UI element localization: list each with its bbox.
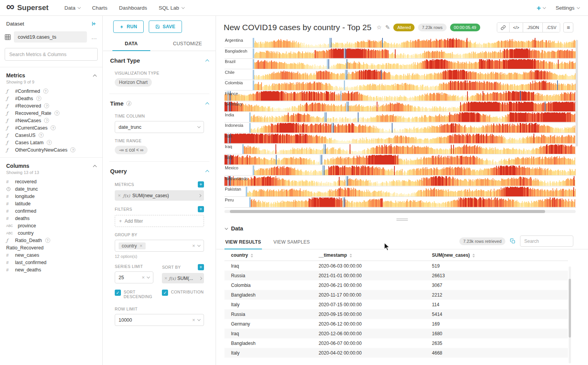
row-limit-select[interactable]: 10000 × <box>115 314 204 326</box>
table-row[interactable]: Russia2020-09-15 00:00:005414 <box>224 309 568 319</box>
data-section-toggle[interactable]: Data <box>216 222 588 232</box>
metric-item[interactable]: ƒCasesUS? <box>0 131 102 139</box>
chart-horizontal-scrollbar[interactable] <box>224 210 576 213</box>
table-row[interactable]: Iraq2020-12-06 00:00:001680 <box>224 329 568 338</box>
metric-chip[interactable]: × ƒ(x) SUM(new_cases) <box>115 190 204 201</box>
export-json-button[interactable]: .JSON <box>523 23 542 32</box>
altered-badge[interactable]: Altered <box>393 24 415 31</box>
time-section-header[interactable]: Time i <box>109 94 209 108</box>
dataset-search-input[interactable] <box>5 48 98 61</box>
contribution-option[interactable]: ✓ CONTRIBUTION <box>162 290 204 299</box>
metric-item[interactable]: ƒ#Deaths? <box>0 95 102 102</box>
results-vertical-scrollbar[interactable] <box>569 266 571 363</box>
export-csv-button[interactable]: .CSV <box>542 23 560 32</box>
table-row[interactable]: Italy2020-07-15 00:00:00114 <box>224 300 568 309</box>
nav-item-dashboards[interactable]: Dashboards <box>113 0 153 15</box>
tab-view-results[interactable]: VIEW RESULTS <box>224 236 262 249</box>
add-filter-dropzone[interactable]: + Add filter <box>115 215 204 227</box>
metrics-section-header[interactable]: Metrics <box>0 67 102 79</box>
sort-by-chip[interactable]: × ƒ(x) SUM(... <box>162 273 204 283</box>
column-item[interactable]: #latitude <box>0 200 102 207</box>
table-row[interactable]: Italy2020-04-02 00:00:004668 <box>224 348 568 358</box>
nav-item-data[interactable]: Data <box>59 0 87 15</box>
add-filter-button[interactable]: + <box>198 206 204 212</box>
chart-title[interactable]: New COVID19 cases by country - Top 25 <box>224 23 371 32</box>
sort-descending-checkbox[interactable]: ✓ <box>115 290 121 296</box>
metric-item[interactable]: ƒCases Latam? <box>0 139 102 146</box>
chart-menu-button[interactable]: ≡ <box>563 22 573 32</box>
collapse-panel-icon[interactable] <box>91 21 97 27</box>
nav-item-charts[interactable]: Charts <box>86 0 113 15</box>
column-item[interactable]: #longitude <box>0 193 102 200</box>
nav-item-sql-lab[interactable]: SQL Lab <box>153 0 190 15</box>
sort-descending-option[interactable]: ✓ SORT DESCENDING <box>115 290 153 299</box>
column-header-sum-new-cases-[interactable]: SUM(new_cases) <box>425 249 568 261</box>
superset-logo-icon: ∞ <box>6 1 14 12</box>
metric-item[interactable]: ƒOtherCountryNewCases? <box>0 146 102 154</box>
column-item[interactable]: #deaths <box>0 215 102 222</box>
group-by-select[interactable]: country × × <box>115 240 204 252</box>
column-item[interactable]: ABCprovince <box>0 222 102 229</box>
pane-resize-handle[interactable] <box>396 218 408 221</box>
contribution-checkbox[interactable]: ✓ <box>162 290 168 296</box>
column-item[interactable]: #last_confirmed <box>0 259 102 266</box>
embed-code-button[interactable]: </> <box>509 23 523 32</box>
copy-link-button[interactable] <box>497 23 509 32</box>
group-by-tag[interactable]: country × <box>119 242 146 249</box>
metric-item[interactable]: ƒRecovered_Rate? <box>0 109 102 117</box>
column-item[interactable]: #confirmed <box>0 207 102 215</box>
column-item[interactable]: #recovered <box>0 178 102 185</box>
dataset-more-icon[interactable]: … <box>90 34 99 40</box>
metric-item[interactable]: ƒ#Confirmed? <box>0 87 102 95</box>
column-item[interactable]: ƒRatio_Death? <box>0 237 102 244</box>
table-row[interactable]: Russia2021-01-01 00:00:0026613 <box>224 271 568 280</box>
table-row[interactable]: Germany2020-06-12 00:00:00169 <box>224 319 568 329</box>
tab-view-samples[interactable]: VIEW SAMPLES <box>273 236 311 249</box>
add-metric-button[interactable]: + <box>198 181 204 188</box>
column-header-country[interactable]: country <box>224 249 312 261</box>
clear-select-icon[interactable]: × <box>192 317 195 322</box>
copy-results-button[interactable] <box>510 238 515 244</box>
query-section-header[interactable]: Query <box>109 162 209 176</box>
results-search-input[interactable] <box>520 235 573 247</box>
time-range-value[interactable]: -∞ ≤ col < ∞ <box>115 146 148 154</box>
column-header--timestamp[interactable]: __timestamp <box>312 249 425 261</box>
clear-select-icon[interactable]: × <box>142 275 145 280</box>
series-limit-select[interactable]: 25 × <box>115 271 153 283</box>
metric-item[interactable]: ƒ#Recovered? <box>0 102 102 109</box>
new-dropdown[interactable]: + <box>537 4 546 12</box>
dataset-name[interactable]: covid19.cases_ts <box>14 31 87 43</box>
columns-section-header[interactable]: Columns <box>0 158 102 169</box>
remove-sort-icon[interactable]: × <box>164 276 167 281</box>
favorite-star-icon[interactable]: ☆ <box>376 24 381 31</box>
remove-tag-icon[interactable]: × <box>139 243 143 248</box>
metric-item[interactable]: ƒ#CurrentCases? <box>0 124 102 131</box>
scrollbar-thumb[interactable] <box>569 279 571 338</box>
column-item[interactable]: ABCcountry <box>0 229 102 237</box>
filters-label: FILTERS <box>115 207 132 211</box>
column-item[interactable]: Ratio_Recovered <box>0 244 102 251</box>
column-item[interactable]: date_trunc <box>0 185 102 193</box>
table-row[interactable]: Bangladesh2020-11-17 00:00:002212 <box>224 290 568 300</box>
tab-data[interactable]: DATA <box>103 37 160 51</box>
scrollbar-thumb[interactable] <box>230 210 545 213</box>
clear-select-icon[interactable]: × <box>192 243 195 248</box>
edit-title-icon[interactable]: ✎ <box>385 24 390 31</box>
tab-customize[interactable]: CUSTOMIZE <box>160 37 216 51</box>
table-row[interactable]: Iraq2020-06-03 00:00:00519 <box>224 261 568 271</box>
settings-dropdown[interactable]: Settings <box>556 5 580 11</box>
add-sort-metric-button[interactable]: + <box>198 264 204 270</box>
superset-logo[interactable]: ∞ Superset <box>6 3 49 12</box>
remove-metric-icon[interactable]: × <box>118 193 121 198</box>
column-item[interactable]: #new_cases <box>0 251 102 259</box>
chart-type-header[interactable]: Chart Type <box>109 51 209 65</box>
table-row[interactable]: Bangladesh2020-06-07 00:00:002635 <box>224 338 568 348</box>
run-button[interactable]: RUN <box>113 20 144 33</box>
column-item[interactable]: #new_deaths <box>0 266 102 273</box>
metric-item[interactable]: ƒ#NewCases? <box>0 117 102 124</box>
chart-vertical-scrollbar[interactable] <box>576 40 578 147</box>
time-column-select[interactable]: date_trunc <box>115 121 204 133</box>
table-row[interactable]: Colombia2020-06-21 00:00:003067 <box>224 280 568 290</box>
viz-type-value[interactable]: Horizon Chart <box>115 78 152 87</box>
save-button[interactable]: SAVE <box>149 20 182 33</box>
